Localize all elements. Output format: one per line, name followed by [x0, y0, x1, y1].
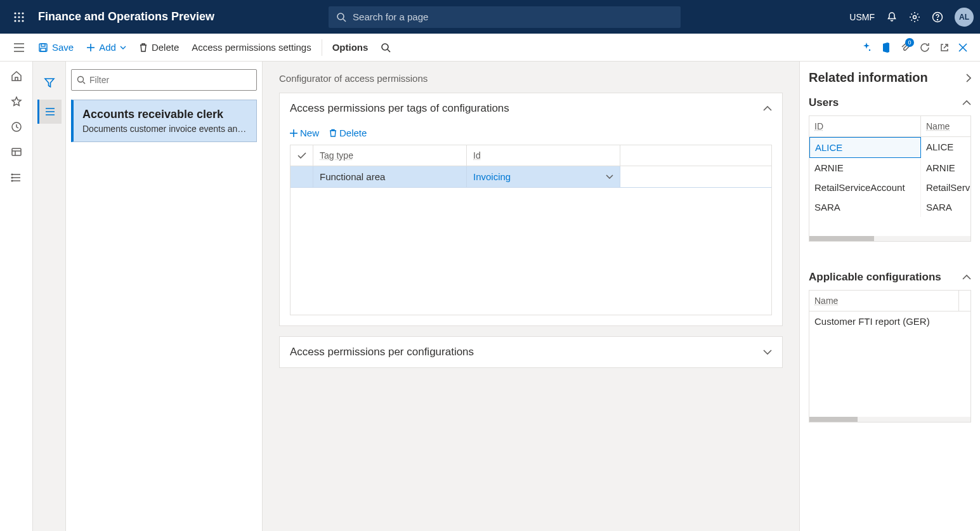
- chevron-up-icon: [962, 100, 971, 105]
- chevron-right-icon[interactable]: [966, 74, 971, 82]
- users-grid-header: ID Name: [809, 116, 970, 137]
- users-row[interactable]: ALICE ALICE: [809, 137, 970, 158]
- recent-icon[interactable]: [11, 121, 22, 133]
- apps-cell-name[interactable]: Customer FTI report (GER): [809, 311, 970, 331]
- office-icon[interactable]: [881, 42, 891, 53]
- svg-line-41: [83, 82, 85, 84]
- close-icon[interactable]: [958, 43, 967, 52]
- chevron-up-icon: [962, 275, 971, 280]
- global-search[interactable]: [329, 6, 681, 28]
- list-view-icon[interactable]: [37, 100, 62, 124]
- tags-grid-row[interactable]: Functional area Invoicing: [291, 166, 771, 188]
- home-icon[interactable]: [11, 70, 22, 82]
- svg-point-1: [18, 12, 20, 14]
- chevron-down-icon[interactable]: [606, 174, 613, 179]
- cell-id[interactable]: Invoicing: [467, 166, 620, 187]
- list-item[interactable]: Accounts receivable clerk Documents cust…: [71, 100, 257, 142]
- panel-configs-header[interactable]: Access permissions per configurations: [280, 337, 782, 367]
- options-button[interactable]: Options: [326, 34, 375, 61]
- list-filter[interactable]: [71, 69, 257, 91]
- list-filter-input[interactable]: [89, 75, 251, 85]
- chevron-down-icon: [763, 350, 772, 355]
- save-button[interactable]: Save: [32, 34, 80, 61]
- app-launcher-icon[interactable]: [6, 11, 32, 23]
- delete-button[interactable]: Delete: [133, 34, 185, 61]
- users-section-header[interactable]: Users: [809, 96, 971, 109]
- add-button[interactable]: Add: [80, 34, 133, 61]
- global-search-input[interactable]: [353, 11, 673, 22]
- list-view-strip: [33, 62, 66, 531]
- access-settings-label: Access permissions settings: [192, 42, 311, 53]
- cell-id-value: Invoicing: [473, 171, 511, 182]
- popout-icon[interactable]: [939, 43, 950, 53]
- top-header: Finance and Operations Preview USMF AL: [0, 0, 980, 34]
- nav-toggle-icon[interactable]: [6, 43, 32, 52]
- svg-point-8: [22, 20, 23, 22]
- gear-icon[interactable]: [909, 11, 920, 23]
- action-bar-right: 0: [861, 42, 974, 53]
- workspaces-icon[interactable]: [11, 147, 22, 158]
- refresh-icon[interactable]: [919, 42, 931, 53]
- users-cell-id[interactable]: ARNIE: [809, 158, 921, 178]
- panel-tags-title: Access permissions per tags of configura…: [290, 102, 509, 115]
- users-cell-id[interactable]: ALICE: [809, 137, 921, 158]
- apps-h-scrollbar[interactable]: [809, 417, 970, 422]
- svg-point-35: [11, 177, 13, 178]
- apps-column-spacer: [959, 291, 970, 311]
- users-column-name[interactable]: Name: [921, 116, 970, 136]
- users-grid-body: ALICE ALICE ARNIE ARNIE RetailServiceAcc…: [809, 137, 970, 236]
- modules-icon[interactable]: [11, 172, 22, 183]
- access-settings-button[interactable]: Access permissions settings: [185, 34, 317, 61]
- users-row[interactable]: RetailServiceAccount RetailServ: [809, 178, 970, 197]
- chevron-up-icon: [763, 106, 772, 111]
- panel-tags-header[interactable]: Access permissions per tags of configura…: [280, 93, 782, 124]
- users-row[interactable]: ARNIE ARNIE: [809, 158, 970, 178]
- row-selector[interactable]: [291, 166, 313, 187]
- company-code[interactable]: USMF: [849, 12, 875, 22]
- users-cell-name: ALICE: [921, 137, 970, 158]
- user-avatar[interactable]: AL: [955, 8, 974, 27]
- attachments-badge: 0: [905, 38, 914, 47]
- svg-point-34: [11, 174, 13, 175]
- users-cell-id[interactable]: RetailServiceAccount: [809, 178, 921, 197]
- column-id[interactable]: Id: [467, 145, 620, 166]
- svg-point-13: [937, 19, 938, 20]
- chevron-down-icon: [120, 46, 126, 49]
- panel-tags-body: New Delete Tag type Id: [280, 124, 782, 325]
- separator: [322, 39, 322, 56]
- help-icon[interactable]: [932, 11, 943, 23]
- svg-point-3: [14, 16, 16, 18]
- users-row[interactable]: SARA SARA: [809, 197, 970, 217]
- svg-point-11: [913, 15, 917, 18]
- tags-grid: Tag type Id Functional area Invoicing: [290, 145, 772, 315]
- panel-configs-title: Access permissions per configurations: [290, 346, 474, 358]
- users-h-scrollbar[interactable]: [809, 236, 970, 241]
- svg-point-6: [14, 20, 16, 22]
- related-info-title: Related information: [809, 70, 928, 85]
- bell-icon[interactable]: [886, 11, 898, 23]
- apps-row[interactable]: Customer FTI report (GER): [809, 311, 970, 331]
- attachments-icon[interactable]: 0: [900, 42, 910, 53]
- panel-tags-toolbar: New Delete: [290, 124, 772, 145]
- options-label: Options: [332, 42, 369, 53]
- select-all-column[interactable]: [291, 145, 313, 166]
- apps-column-name[interactable]: Name: [809, 291, 959, 311]
- delete-row-button[interactable]: Delete: [329, 128, 367, 138]
- list-item-subtitle: Documents customer invoice events and ..…: [82, 124, 247, 134]
- column-tag-type[interactable]: Tag type: [313, 145, 467, 166]
- apps-section-header[interactable]: Applicable configurations: [809, 271, 971, 284]
- action-search-button[interactable]: [374, 34, 397, 61]
- svg-line-10: [343, 19, 346, 22]
- main-layout: Accounts receivable clerk Documents cust…: [0, 62, 980, 531]
- filter-toggle-icon[interactable]: [37, 70, 62, 95]
- copilot-icon[interactable]: [861, 42, 872, 53]
- new-button[interactable]: New: [290, 128, 319, 138]
- favorites-icon[interactable]: [11, 96, 22, 107]
- cell-tag-type[interactable]: Functional area: [313, 166, 467, 187]
- svg-point-2: [22, 12, 23, 14]
- apps-grid-header: Name: [809, 291, 970, 311]
- users-column-id[interactable]: ID: [809, 116, 921, 136]
- users-cell-id[interactable]: SARA: [809, 197, 921, 217]
- app-title: Finance and Operations Preview: [38, 10, 214, 23]
- left-navigation-rail: [0, 62, 33, 531]
